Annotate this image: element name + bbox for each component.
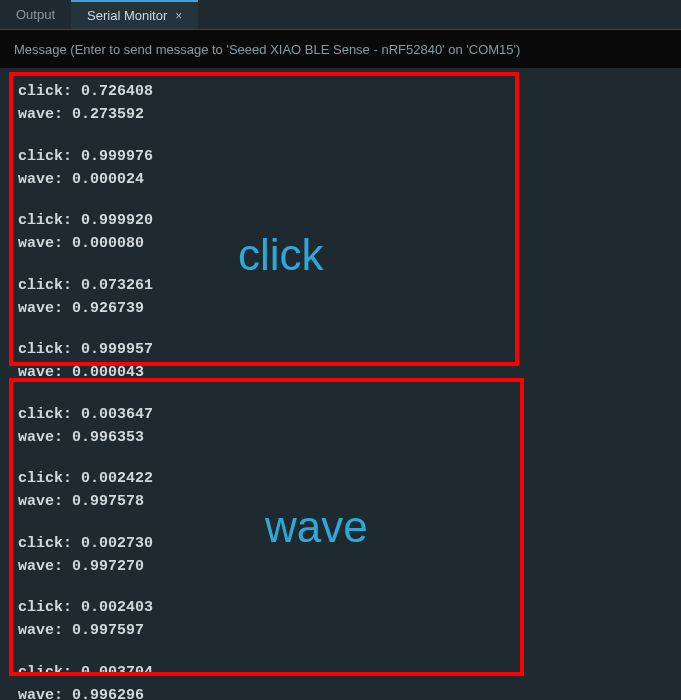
wave-value-line: wave: 0.997270 — [18, 555, 663, 578]
output-block: click: 0.999976wave: 0.000024 — [18, 145, 663, 192]
click-value-line: click: 0.726408 — [18, 80, 663, 103]
message-placeholder: Message (Enter to send message to 'Seeed… — [14, 42, 520, 57]
output-block: click: 0.073261wave: 0.926739 — [18, 274, 663, 321]
click-value-line: click: 0.999957 — [18, 338, 663, 361]
output-block: click: 0.003647wave: 0.996353 — [18, 403, 663, 450]
click-value-line: click: 0.002730 — [18, 532, 663, 555]
wave-value-line: wave: 0.996353 — [18, 426, 663, 449]
output-block: click: 0.726408wave: 0.273592 — [18, 80, 663, 127]
click-value-line: click: 0.999976 — [18, 145, 663, 168]
output-block: click: 0.002730wave: 0.997270 — [18, 532, 663, 579]
click-value-line: click: 0.002403 — [18, 596, 663, 619]
tab-serial-monitor-label: Serial Monitor — [87, 8, 167, 23]
message-input-bar[interactable]: Message (Enter to send message to 'Seeed… — [0, 30, 681, 68]
click-value-line: click: 0.073261 — [18, 274, 663, 297]
wave-value-line: wave: 0.997578 — [18, 490, 663, 513]
tab-bar: Output Serial Monitor × — [0, 0, 681, 30]
serial-output-area: click: 0.726408wave: 0.273592click: 0.99… — [0, 68, 681, 700]
tab-serial-monitor[interactable]: Serial Monitor × — [71, 0, 198, 29]
wave-value-line: wave: 0.000080 — [18, 232, 663, 255]
output-block: click: 0.002422wave: 0.997578 — [18, 467, 663, 514]
output-block: click: 0.999957wave: 0.000043 — [18, 338, 663, 385]
click-value-line: click: 0.003704 — [18, 661, 663, 684]
output-block: click: 0.003704wave: 0.996296 — [18, 661, 663, 701]
click-value-line: click: 0.003647 — [18, 403, 663, 426]
output-block: click: 0.999920wave: 0.000080 — [18, 209, 663, 256]
wave-value-line: wave: 0.996296 — [18, 684, 663, 700]
output-block: click: 0.002403wave: 0.997597 — [18, 596, 663, 643]
click-output-section: click: 0.726408wave: 0.273592click: 0.99… — [18, 80, 663, 385]
close-icon[interactable]: × — [175, 9, 182, 23]
wave-value-line: wave: 0.997597 — [18, 619, 663, 642]
tab-output-label: Output — [16, 7, 55, 22]
wave-value-line: wave: 0.000043 — [18, 361, 663, 384]
wave-value-line: wave: 0.926739 — [18, 297, 663, 320]
wave-value-line: wave: 0.000024 — [18, 168, 663, 191]
wave-value-line: wave: 0.273592 — [18, 103, 663, 126]
tab-output[interactable]: Output — [0, 0, 71, 29]
click-value-line: click: 0.999920 — [18, 209, 663, 232]
wave-output-section: click: 0.003647wave: 0.996353click: 0.00… — [18, 403, 663, 701]
click-value-line: click: 0.002422 — [18, 467, 663, 490]
